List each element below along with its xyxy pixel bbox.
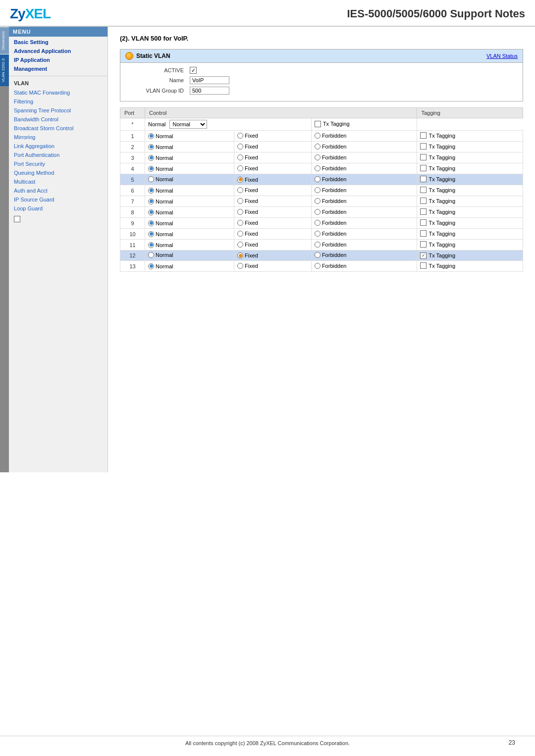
radio-normal-label-13[interactable]: Normal [148, 263, 173, 269]
radio-forbidden-label-1[interactable]: Forbidden [315, 133, 347, 139]
radio-forbidden-2[interactable] [315, 144, 321, 150]
sidebar-item-filtering[interactable]: Filtering [9, 97, 107, 106]
radio-fixed-label-10[interactable]: Fixed [237, 231, 258, 237]
tx-check-11[interactable] [420, 241, 427, 248]
sidebar-item-port-security[interactable]: Port Security [9, 159, 107, 168]
radio-fixed-12[interactable] [237, 252, 243, 258]
radio-forbidden-label-9[interactable]: Forbidden [315, 220, 347, 226]
tx-check-2[interactable] [420, 143, 427, 150]
radio-fixed-13[interactable] [237, 263, 243, 269]
radio-normal-label-7[interactable]: Normal [148, 199, 173, 204]
radio-forbidden-label-11[interactable]: Forbidden [315, 242, 347, 248]
sidebar-item-management[interactable]: Management [9, 64, 107, 73]
radio-fixed-label-12[interactable]: Fixed [237, 252, 258, 258]
radio-normal-label-4[interactable]: Normal [148, 166, 173, 172]
radio-normal-10[interactable] [148, 231, 154, 237]
radio-forbidden-4[interactable] [315, 165, 321, 171]
tx-check-default[interactable] [315, 121, 321, 127]
sidebar-item-link-aggregation[interactable]: Link Aggregation [9, 142, 107, 151]
radio-fixed-8[interactable] [237, 209, 243, 215]
radio-fixed-label-5[interactable]: Fixed [237, 177, 258, 183]
radio-normal-label-11[interactable]: Normal [148, 242, 173, 248]
vtab-vlan[interactable]: VLAN 2202-3 [0, 54, 9, 86]
radio-forbidden-label-7[interactable]: Forbidden [315, 198, 347, 204]
radio-normal-2[interactable] [148, 144, 154, 150]
sidebar-item-static-mac-forwarding[interactable]: Static MAC Forwarding [9, 88, 107, 97]
radio-fixed-9[interactable] [237, 220, 243, 226]
radio-forbidden-label-13[interactable]: Forbidden [315, 263, 347, 269]
radio-normal-9[interactable] [148, 220, 154, 226]
radio-forbidden-9[interactable] [315, 220, 321, 226]
radio-forbidden-label-8[interactable]: Forbidden [315, 209, 347, 215]
group-id-input[interactable]: 500 [190, 87, 229, 95]
radio-fixed-label-11[interactable]: Fixed [237, 242, 258, 248]
radio-normal-5[interactable] [148, 176, 154, 182]
radio-forbidden-13[interactable] [315, 263, 321, 269]
tx-check-3[interactable] [420, 154, 427, 160]
radio-forbidden-8[interactable] [315, 209, 321, 215]
tx-check-5[interactable] [420, 176, 427, 182]
name-input[interactable]: VoIP [190, 76, 229, 84]
sidebar-item-port-authentication[interactable]: Port Authentication [9, 151, 107, 159]
radio-normal-label-10[interactable]: Normal [148, 231, 173, 237]
radio-forbidden-11[interactable] [315, 242, 321, 248]
sidebar-item-auth-acct[interactable]: Auth and Acct [9, 186, 107, 195]
tx-check-7[interactable] [420, 198, 427, 204]
radio-normal-label-12[interactable]: Normal [148, 252, 173, 258]
sidebar-item-basic-setting[interactable]: Basic Setting [9, 38, 107, 47]
radio-fixed-1[interactable] [237, 133, 243, 139]
radio-forbidden-label-10[interactable]: Forbidden [315, 231, 347, 237]
radio-normal-label-6[interactable]: Normal [148, 188, 173, 194]
radio-normal-4[interactable] [148, 166, 154, 172]
radio-fixed-label-13[interactable]: Fixed [237, 263, 258, 269]
sidebar-item-mirroring[interactable]: Mirroring [9, 133, 107, 142]
tx-check-9[interactable] [420, 219, 427, 226]
sidebar-item-ip-application[interactable]: IP Application [9, 55, 107, 64]
radio-normal-1[interactable] [148, 133, 154, 139]
radio-fixed-label-3[interactable]: Fixed [237, 154, 258, 160]
sidebar-item-advanced-application[interactable]: Advanced Application [9, 47, 107, 55]
radio-normal-8[interactable] [148, 209, 154, 215]
radio-forbidden-12[interactable] [315, 252, 321, 258]
radio-forbidden-label-3[interactable]: Forbidden [315, 154, 347, 160]
sidebar-item-spanning-tree-protocol[interactable]: Spanning Tree Protocol [9, 106, 107, 115]
radio-fixed-label-2[interactable]: Fixed [237, 144, 258, 150]
tx-check-4[interactable] [420, 165, 427, 171]
radio-fixed-label-1[interactable]: Fixed [237, 133, 258, 139]
radio-fixed-5[interactable] [237, 177, 243, 183]
radio-normal-label-2[interactable]: Normal [148, 144, 173, 150]
sidebar-item-queuing-method[interactable]: Queuing Method [9, 168, 107, 177]
sidebar-item-broadcast-storm-control[interactable]: Broadcast Storm Control [9, 124, 107, 133]
radio-fixed-label-9[interactable]: Fixed [237, 220, 258, 226]
radio-fixed-4[interactable] [237, 165, 243, 171]
control-dropdown-default[interactable]: NormalFixedForbidden [169, 120, 207, 129]
tx-check-13[interactable] [420, 262, 427, 269]
vtab-dimension[interactable]: Dimension [0, 27, 9, 54]
radio-forbidden-10[interactable] [315, 231, 321, 237]
active-checkbox[interactable] [190, 67, 197, 74]
vlan-status-link[interactable]: VLAN Status [486, 53, 518, 59]
radio-normal-13[interactable] [148, 263, 154, 269]
tx-check-10[interactable] [420, 230, 427, 237]
radio-fixed-label-8[interactable]: Fixed [237, 209, 258, 215]
radio-fixed-10[interactable] [237, 231, 243, 237]
radio-forbidden-label-5[interactable]: Forbidden [315, 176, 347, 182]
radio-normal-label-3[interactable]: Normal [148, 155, 173, 161]
radio-fixed-2[interactable] [237, 144, 243, 150]
radio-fixed-label-7[interactable]: Fixed [237, 198, 258, 204]
radio-normal-11[interactable] [148, 242, 154, 248]
sidebar-item-bandwidth-control[interactable]: Bandwidth Control [9, 115, 107, 124]
radio-normal-label-5[interactable]: Normal [148, 176, 173, 182]
radio-fixed-label-6[interactable]: Fixed [237, 187, 258, 193]
radio-fixed-6[interactable] [237, 187, 243, 193]
sidebar-item-ip-source-guard[interactable]: IP Source Guard [9, 195, 107, 204]
radio-normal-12[interactable] [148, 252, 154, 258]
radio-forbidden-label-6[interactable]: Forbidden [315, 187, 347, 193]
radio-normal-label-1[interactable]: Normal [148, 133, 173, 139]
radio-fixed-11[interactable] [237, 242, 243, 248]
radio-forbidden-1[interactable] [315, 133, 321, 139]
radio-normal-3[interactable] [148, 155, 154, 161]
radio-normal-label-9[interactable]: Normal [148, 220, 173, 226]
radio-forbidden-label-12[interactable]: Forbidden [315, 252, 347, 258]
sidebar-item-loop-guard[interactable]: Loop Guard [9, 204, 107, 213]
